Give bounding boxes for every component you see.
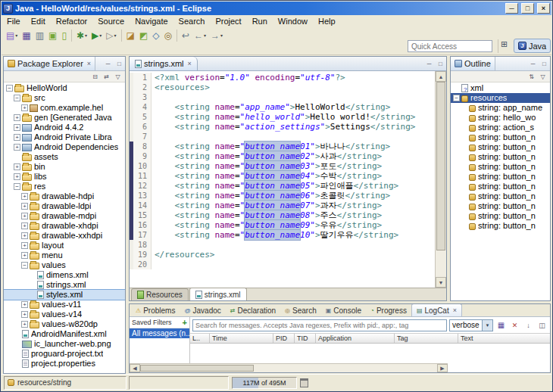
editor-tab-strings-xml[interactable]: strings.xml ×: [130, 57, 198, 70]
tree-item-res[interactable]: −res: [4, 182, 125, 191]
expander-plus-icon[interactable]: +: [21, 222, 28, 229]
android-virtual-device-manager-icon[interactable]: ▯: [59, 29, 69, 42]
code-line[interactable]: 10 <string name="button_name03">포도</stri…: [130, 161, 435, 171]
menu-refactor[interactable]: Refactor: [51, 16, 93, 26]
editor-code[interactable]: 1<?xml version="1.0" encoding="utf-8"?>2…: [130, 71, 435, 288]
outline-item-string-app-name[interactable]: string: app_name: [451, 103, 550, 113]
garbage-collect-icon[interactable]: [300, 378, 308, 387]
search-icon[interactable]: ◎: [162, 29, 174, 42]
tab-logcat[interactable]: ▤LogCat×: [411, 303, 462, 316]
editor-vertical-scrollbar[interactable]: ▲ ▼: [435, 71, 446, 288]
tab-resources[interactable]: Resources: [131, 288, 189, 300]
scroll-left-icon[interactable]: ◀: [130, 364, 140, 372]
tab-javadoc[interactable]: @Javadoc: [180, 304, 225, 316]
view-menu-icon[interactable]: ▽: [112, 72, 123, 82]
expander-plus-icon[interactable]: +: [21, 104, 28, 111]
tree-item-assets[interactable]: assets: [4, 152, 125, 162]
menu-run[interactable]: Run: [247, 16, 273, 26]
code-line[interactable]: 4 <string name="app_name">HelloWorld</st…: [130, 102, 435, 112]
tree-item-gen-generated-java[interactable]: +gen [Generated Java: [4, 113, 125, 123]
outline-view-menu-icon[interactable]: ▽: [537, 72, 548, 82]
tree-item-helloworld[interactable]: −HelloWorld: [4, 83, 125, 93]
outline-item-string-button-n[interactable]: string: button_n: [451, 142, 550, 152]
tree-item-com-example-hel[interactable]: +com.example.hel: [4, 103, 125, 113]
tree-item-drawable-hdpi[interactable]: +drawable-hdpi: [4, 191, 125, 201]
code-line[interactable]: 16 <string name="button_name09">우유</stri…: [130, 220, 435, 230]
tree-item-values-w820dp[interactable]: +values-w820dp: [4, 319, 125, 329]
minimize-window-button[interactable]: ─: [505, 3, 518, 14]
tab-console[interactable]: ▣Console: [321, 304, 366, 316]
tree-item-strings-xml[interactable]: strings.xml: [4, 280, 125, 290]
expander-plus-icon[interactable]: +: [21, 252, 28, 259]
scroll-down-icon[interactable]: ▼: [436, 277, 446, 288]
tree-item-drawable-xxhdpi[interactable]: +drawable-xxhdpi: [4, 231, 125, 241]
code-line[interactable]: 13 <string name="button_name06">초콜릿</str…: [130, 191, 435, 201]
logcat-table-body[interactable]: [190, 344, 550, 363]
code-line[interactable]: 7: [130, 132, 435, 142]
expander-plus-icon[interactable]: +: [21, 321, 28, 328]
outline-item-string-button-n[interactable]: string: button_n: [451, 182, 550, 191]
expander-minus-icon[interactable]: −: [453, 95, 460, 101]
last-edit-location-icon[interactable]: ↩: [180, 29, 192, 42]
logcat-column-tid[interactable]: TID: [295, 334, 316, 343]
code-line[interactable]: 18: [130, 240, 435, 250]
expander-minus-icon[interactable]: −: [14, 95, 20, 101]
expander-plus-icon[interactable]: +: [21, 193, 28, 200]
outline-item-string-button-n[interactable]: string: button_n: [451, 191, 550, 201]
dropdown-arrow-icon[interactable]: ▾: [15, 33, 17, 38]
expander-plus-icon[interactable]: +: [21, 213, 28, 219]
code-line[interactable]: 11 <string name="button_name04">수박</stri…: [130, 171, 435, 181]
new-wizard-icon[interactable]: ▤▾: [4, 29, 20, 42]
expander-plus-icon[interactable]: +: [14, 173, 20, 180]
expander-plus-icon[interactable]: +: [14, 134, 20, 141]
code-line[interactable]: 5 <string name="hello_world">Hello world…: [130, 112, 435, 122]
code-line[interactable]: 2<resources>: [130, 82, 435, 92]
outline-minimize-icon[interactable]: ─: [527, 59, 539, 69]
back-icon[interactable]: ←▾: [192, 29, 208, 42]
tree-item-values-v11[interactable]: +values-v11: [4, 300, 125, 310]
code-line[interactable]: 17 <string name="button_name10">딸기우유</st…: [130, 230, 435, 240]
tab-strings-xml-source[interactable]: strings.xml: [189, 288, 247, 300]
run-icon[interactable]: ▶▾: [89, 29, 104, 42]
package-explorer-tab[interactable]: Package Explorer ×: [4, 57, 95, 70]
editor-tab-close-icon[interactable]: ×: [188, 60, 192, 67]
logcat-column-time[interactable]: Time: [210, 334, 273, 343]
tree-item-proguard-project-txt[interactable]: proguard-project.txt: [4, 349, 125, 359]
log-level-select[interactable]: verbose ▼: [449, 319, 493, 331]
code-line[interactable]: 8 <string name="button_name01">바나나</stri…: [130, 142, 435, 151]
scroll-right-icon[interactable]: ▶: [437, 364, 448, 372]
java-perspective-button[interactable]: J Java: [514, 39, 551, 53]
tree-item-styles-xml[interactable]: styles.xml: [4, 290, 125, 300]
tree-item-project-properties[interactable]: project.properties: [4, 359, 125, 369]
clear-log-icon[interactable]: ✕: [509, 320, 520, 330]
tree-item-drawable-mdpi[interactable]: +drawable-mdpi: [4, 211, 125, 221]
new-android-application-icon[interactable]: ◩: [137, 29, 150, 42]
tab-progress[interactable]: ◔Progress: [366, 304, 411, 316]
editor-minimize-icon[interactable]: ─: [423, 59, 435, 69]
print-icon[interactable]: ▥: [33, 29, 46, 42]
code-line[interactable]: 20: [130, 260, 435, 269]
logcat-column-l[interactable]: L..: [190, 334, 210, 343]
outline-item-string-action-s[interactable]: string: action_s: [451, 123, 550, 132]
horizontal-scroll-track[interactable]: [254, 364, 437, 372]
save-log-icon[interactable]: ▦: [495, 320, 507, 330]
external-tools-icon[interactable]: ▷▾: [104, 29, 118, 42]
tab-search[interactable]: ◎Search: [280, 304, 321, 316]
code-line[interactable]: 15 <string name="button_name08">주스</stri…: [130, 210, 435, 220]
tree-item-dimens-xml[interactable]: dimens.xml: [4, 270, 125, 280]
expander-plus-icon[interactable]: +: [14, 114, 20, 121]
close-window-button[interactable]: ×: [537, 3, 550, 14]
menu-file[interactable]: File: [2, 16, 26, 26]
scroll-up-icon[interactable]: ▲: [436, 71, 446, 82]
expander-plus-icon[interactable]: +: [21, 242, 28, 249]
outline-item-string-button-n[interactable]: string: button_n: [451, 221, 550, 231]
logcat-column-pid[interactable]: PID: [273, 334, 295, 343]
dropdown-arrow-icon[interactable]: ▾: [99, 33, 102, 38]
outline-item-string-hello-wo[interactable]: string: hello_wo: [451, 113, 550, 123]
add-filter-icon[interactable]: +: [183, 318, 187, 327]
outline-sort-icon[interactable]: ⇅: [526, 72, 537, 82]
tree-item-libs[interactable]: +libs: [4, 172, 125, 182]
menu-project[interactable]: Project: [210, 16, 246, 26]
android-sdk-manager-icon[interactable]: ▣: [46, 29, 59, 42]
code-line[interactable]: 3: [130, 92, 435, 102]
